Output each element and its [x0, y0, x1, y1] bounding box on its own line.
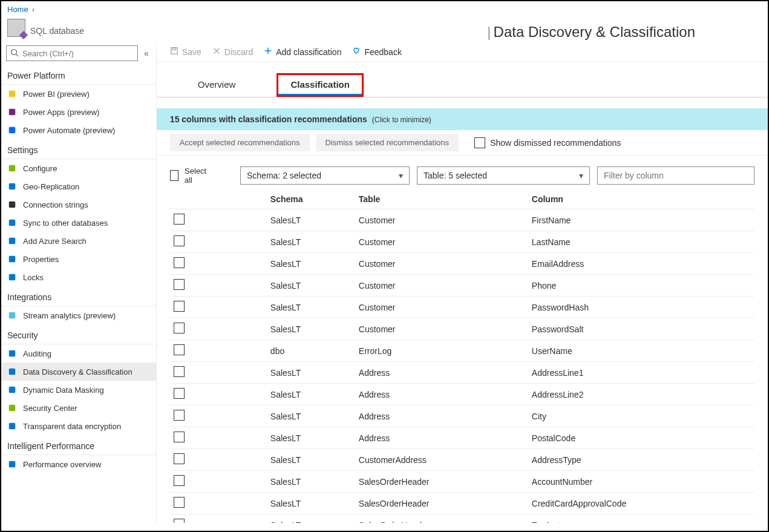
cell-table: Address	[355, 406, 528, 427]
tab-bar: Overview Classification	[157, 62, 768, 97]
sidebar-item-label: Transparent data encryption	[23, 422, 121, 431]
search-input[interactable]	[22, 49, 134, 58]
svg-rect-17	[9, 423, 16, 430]
column-filter-input[interactable]	[597, 166, 754, 185]
cell-table: Customer	[355, 231, 528, 253]
nav-icon	[7, 403, 17, 413]
tab-overview[interactable]: Overview	[193, 73, 241, 97]
sidebar-item-sync-db[interactable]: Sync to other databases	[1, 214, 156, 232]
cell-schema: SalesLT	[267, 427, 355, 449]
recommendations-banner[interactable]: 15 columns with classification recommend…	[157, 108, 768, 130]
cell-schema: SalesLT	[267, 275, 355, 297]
table-row: SalesLTAddressPostalCode	[170, 427, 754, 449]
nav-icon	[7, 236, 17, 246]
cell-schema: SalesLT	[267, 297, 355, 318]
table-row: dboErrorLogUserName	[170, 340, 754, 362]
sidebar-item-power-bi[interactable]: Power BI (preview)	[1, 85, 156, 103]
row-checkbox[interactable]	[174, 453, 185, 464]
tab-classification[interactable]: Classification	[277, 73, 364, 97]
sidebar-section-title: Security	[1, 324, 156, 344]
sidebar-item-label: Connection strings	[23, 200, 88, 209]
row-checkbox[interactable]	[174, 344, 185, 355]
add-classification-button[interactable]: Add classification	[264, 47, 341, 57]
svg-rect-7	[9, 202, 16, 208]
sidebar-item-auditing[interactable]: Auditing	[1, 344, 156, 363]
cell-table: SalesOrderHeader	[355, 471, 528, 493]
discard-button[interactable]: Discard	[212, 47, 253, 57]
cell-schema: SalesLT	[267, 493, 355, 514]
breadcrumb-home[interactable]: Home	[7, 5, 28, 14]
schema-filter-dropdown[interactable]: Schema: 2 selected ▾	[240, 166, 410, 185]
sidebar-item-stream-analytics[interactable]: Stream analytics (preview)	[1, 306, 156, 324]
sidebar-item-perf-overview[interactable]: Performance overview	[1, 455, 156, 473]
table-filter-dropdown[interactable]: Table: 5 selected ▾	[417, 166, 590, 185]
save-button[interactable]: Save	[170, 47, 201, 57]
row-checkbox[interactable]	[174, 432, 185, 442]
table-row: SalesLTCustomerPasswordSalt	[170, 318, 754, 340]
select-all-toggle[interactable]: Select all	[170, 166, 209, 185]
sidebar-item-add-azure-search[interactable]: Add Azure Search	[1, 232, 156, 250]
row-checkbox[interactable]	[174, 497, 185, 508]
col-header-column[interactable]: Column	[528, 189, 754, 209]
svg-rect-20	[172, 48, 175, 50]
chevron-down-icon: ▾	[579, 171, 583, 180]
svg-rect-13	[9, 350, 16, 357]
cell-column: AddressType	[528, 449, 754, 471]
row-checkbox[interactable]	[174, 366, 185, 377]
table-row: SalesLTSalesOrderHeaderTaxAmt	[170, 514, 754, 524]
row-checkbox[interactable]	[174, 279, 185, 290]
show-dismissed-checkbox[interactable]	[474, 137, 485, 148]
cell-table: CustomerAddress	[355, 449, 528, 471]
search-input-wrapper[interactable]	[6, 45, 138, 61]
chevron-right-icon: ›	[32, 5, 34, 14]
sidebar-item-label: Sync to other databases	[23, 218, 108, 228]
sidebar-item-power-apps[interactable]: Power Apps (preview)	[1, 103, 156, 121]
sidebar-item-label: Add Azure Search	[23, 237, 87, 246]
sidebar-item-locks[interactable]: Locks	[1, 268, 156, 286]
sidebar-item-dynamic-masking[interactable]: Dynamic Data Masking	[1, 381, 156, 399]
show-dismissed-toggle[interactable]: Show dismissed recommendations	[474, 137, 621, 148]
sidebar-item-label: Data Discovery & Classification	[23, 367, 133, 376]
cell-schema: SalesLT	[267, 449, 355, 471]
sidebar-item-properties[interactable]: Properties	[1, 250, 156, 268]
accept-recommendations-button[interactable]: Accept selected recommendations	[170, 134, 310, 151]
sidebar-item-geo-replication[interactable]: Geo-Replication	[1, 177, 156, 195]
table-row: SalesLTCustomerAddressAddressType	[170, 449, 754, 471]
sidebar-item-configure[interactable]: Configure	[1, 159, 156, 177]
sidebar-item-security-center[interactable]: Security Center	[1, 399, 156, 417]
nav-icon	[7, 385, 17, 395]
cell-schema: SalesLT	[267, 231, 355, 253]
collapse-sidebar-button[interactable]: «	[142, 46, 151, 61]
row-checkbox[interactable]	[174, 475, 185, 486]
svg-rect-6	[9, 183, 16, 190]
page-title: |Data Discovery & Classification	[159, 16, 768, 41]
cell-column: UserName	[528, 340, 754, 362]
select-all-checkbox[interactable]	[170, 170, 178, 181]
feedback-button[interactable]: Feedback	[352, 47, 401, 57]
row-checkbox[interactable]	[174, 257, 185, 268]
close-icon	[212, 47, 221, 57]
cell-table: Customer	[355, 209, 528, 231]
row-checkbox[interactable]	[174, 388, 185, 399]
row-checkbox[interactable]	[174, 301, 185, 312]
row-checkbox[interactable]	[174, 214, 185, 225]
sidebar-item-connection-strings[interactable]: Connection strings	[1, 195, 156, 214]
nav-icon	[7, 89, 17, 99]
sidebar-item-data-discovery[interactable]: Data Discovery & Classification	[1, 363, 156, 381]
sidebar-item-tde[interactable]: Transparent data encryption	[1, 417, 156, 435]
row-checkbox[interactable]	[174, 323, 185, 333]
row-checkbox[interactable]	[174, 235, 185, 246]
dismiss-recommendations-button[interactable]: Dismiss selected recommendations	[316, 134, 459, 151]
row-checkbox[interactable]	[174, 519, 185, 523]
sidebar-item-label: Auditing	[23, 349, 51, 358]
sidebar-item-power-automate[interactable]: Power Automate (preview)	[1, 121, 156, 139]
sidebar-item-label: Power BI (preview)	[23, 90, 90, 99]
svg-rect-16	[9, 405, 16, 412]
cell-column: City	[528, 406, 754, 427]
col-header-table[interactable]: Table	[355, 189, 528, 209]
row-checkbox[interactable]	[174, 410, 185, 421]
cell-table: Address	[355, 362, 528, 384]
col-header-schema[interactable]: Schema	[267, 189, 355, 209]
table-row: SalesLTAddressCity	[170, 406, 754, 427]
svg-rect-14	[9, 369, 16, 375]
